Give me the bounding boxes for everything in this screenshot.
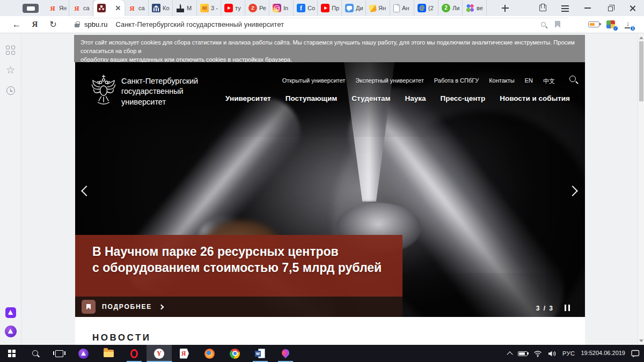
taskbar-chrome[interactable] [222, 345, 247, 362]
taskbar-search-button[interactable] [24, 345, 47, 362]
yandex-home-button[interactable]: Я [26, 18, 44, 32]
slide-counter: 3 / 3 [536, 305, 554, 312]
main-nav: Университет Поступающим Студентам Наука … [225, 94, 570, 102]
browser-workspace: Этот сайт использует cookies для сбора с… [0, 34, 644, 345]
browser-tab[interactable]: Ян [366, 0, 390, 16]
start-button[interactable] [0, 345, 24, 362]
tray-expand-button[interactable] [508, 351, 512, 357]
nav-contacts[interactable]: Контакты [489, 77, 515, 85]
language-indicator[interactable]: РУС [562, 350, 575, 357]
word-icon: W [255, 349, 265, 358]
new-tab-button[interactable] [498, 2, 512, 14]
university-building-favicon [176, 4, 185, 12]
nav-news-events[interactable]: Новости и события [500, 94, 570, 102]
taskbar-file-explorer[interactable] [96, 345, 121, 362]
hero-carousel: Санкт-Петербургский государственный унив… [75, 62, 585, 317]
taskbar-firefox[interactable] [197, 345, 222, 362]
site-search-icon[interactable] [569, 75, 579, 85]
winrar-extension[interactable]: ✓ [602, 18, 619, 32]
nav-open-university[interactable]: Открытый университет [282, 77, 346, 85]
browser-tab[interactable]: 2 Ли [438, 0, 463, 16]
scroll-up-arrow-icon[interactable] [639, 36, 643, 39]
taskbar-word[interactable]: W [247, 345, 273, 362]
task-view-button[interactable] [47, 345, 71, 362]
battery-saver-extension[interactable] [585, 18, 602, 32]
bookmark-flag-icon[interactable] [555, 21, 560, 28]
youtube-favicon [224, 4, 233, 12]
action-center-button[interactable] [631, 350, 640, 358]
bookmarks-button[interactable] [5, 65, 16, 76]
spbu-emblem-icon[interactable] [90, 73, 117, 106]
taskbar-yandex-browser[interactable]: Y [147, 345, 172, 362]
address-bar[interactable]: spbu.ru Санкт-Петербургский государствен… [69, 18, 574, 31]
spbu-crest-favicon [97, 4, 106, 12]
clock-widget[interactable]: 19:52 04.06.2019 [581, 350, 625, 357]
browser-tab[interactable]: Ко [149, 0, 173, 16]
notification-icon [631, 350, 640, 358]
minimize-button[interactable] [576, 0, 599, 16]
close-button[interactable] [621, 0, 644, 16]
chevron-left-icon [81, 186, 92, 196]
nav-university[interactable]: Университет [225, 94, 271, 102]
alice-assistant-button[interactable] [5, 326, 17, 337]
page-scrollbar[interactable] [638, 34, 644, 345]
browser-tab[interactable]: ту [221, 0, 245, 16]
browser-tab[interactable]: ✉ 3 - [197, 0, 221, 16]
tab-panel-button[interactable] [531, 0, 554, 16]
carousel-prev-button[interactable] [79, 186, 91, 197]
colored-dots-favicon [466, 4, 474, 12]
browser-tab-active-spbu[interactable] [93, 0, 125, 16]
tablo-sidebar-toggle-button[interactable] [23, 4, 39, 13]
nav-applicants[interactable]: Поступающим [286, 94, 338, 102]
minimize-icon [584, 8, 591, 9]
downloads-button[interactable]: 1 [619, 18, 636, 32]
nav-expert-university[interactable]: Экспертный университет [355, 77, 424, 85]
restore-button[interactable] [599, 0, 621, 16]
nav-jobs[interactable]: Работа в СПбГУ [434, 77, 479, 85]
site-logo-text[interactable]: Санкт-Петербургский государственный унив… [121, 76, 198, 107]
collections-button[interactable] [5, 307, 16, 318]
chevron-right-small-icon[interactable] [159, 304, 164, 309]
browser-tab[interactable]: Z Ре [245, 0, 269, 16]
nav-press-center[interactable]: Пресс-центр [441, 94, 486, 102]
nav-students[interactable]: Студентам [352, 94, 390, 102]
tray-volume[interactable] [548, 350, 557, 357]
browser-tab[interactable]: f Со [294, 0, 318, 16]
browser-tab[interactable]: Я Ян [45, 0, 69, 16]
download-badge: 1 [630, 26, 635, 31]
browser-tab[interactable]: ве [463, 0, 487, 16]
nav-science[interactable]: Наука [405, 94, 426, 102]
scrollbar-thumb[interactable] [639, 41, 643, 101]
bookmark-button[interactable] [82, 300, 96, 314]
tray-battery[interactable] [518, 351, 528, 356]
tablo-grid-button[interactable] [5, 45, 16, 55]
back-button[interactable] [8, 18, 26, 32]
browser-tab[interactable]: @ (2 [414, 0, 438, 16]
nav-lang-zh[interactable]: 中文 [543, 77, 555, 85]
browser-side-panel [0, 34, 21, 345]
nav-lang-en[interactable]: EN [525, 77, 533, 85]
taskbar-alice[interactable] [71, 345, 96, 362]
browser-tab[interactable]: Пр [318, 0, 342, 16]
browser-tab[interactable]: In [269, 0, 294, 16]
browser-tab[interactable]: М [173, 0, 197, 16]
carousel-pause-button[interactable] [565, 305, 570, 311]
grid-icon [6, 46, 15, 55]
taskbar-maps[interactable] [273, 345, 298, 362]
refresh-button[interactable] [44, 18, 62, 32]
browser-tab[interactable]: Ан [390, 0, 414, 16]
browser-tab[interactable]: Я са [69, 0, 93, 16]
scroll-down-arrow-icon[interactable] [639, 339, 643, 342]
carousel-next-button[interactable] [569, 186, 581, 197]
browser-tab[interactable]: Я са [125, 0, 149, 16]
tab-close-icon[interactable] [115, 5, 121, 11]
browser-menu-button[interactable] [554, 0, 576, 16]
tray-date: 04.06.2019 [596, 350, 625, 357]
history-button[interactable] [5, 85, 16, 96]
more-link[interactable]: ПОДРОБНЕЕ [102, 303, 152, 311]
taskbar-yandex-app[interactable]: Я [172, 345, 197, 362]
browser-tab[interactable]: Ди [342, 0, 366, 16]
search-icon[interactable] [541, 22, 546, 27]
taskbar-opera[interactable] [121, 345, 147, 362]
tray-wifi[interactable] [533, 350, 542, 357]
